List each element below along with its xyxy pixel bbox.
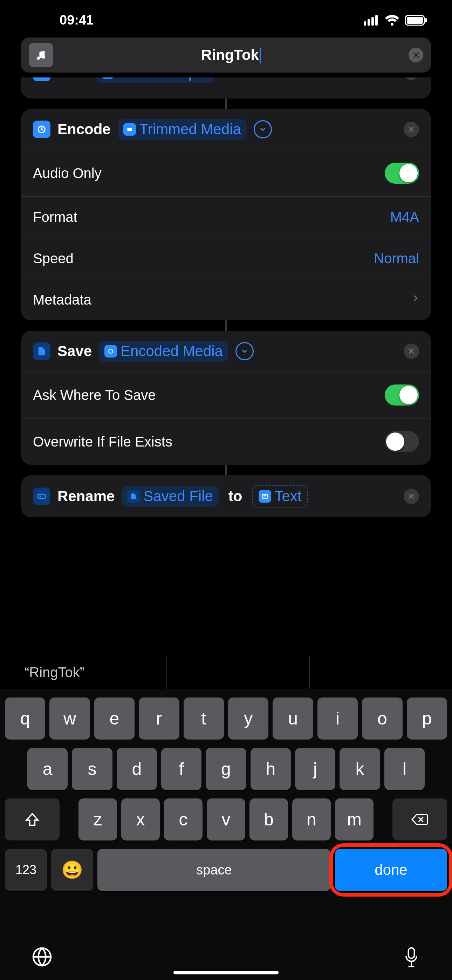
svg-rect-15 — [38, 494, 46, 498]
key-v[interactable]: v — [207, 799, 245, 840]
encode-format-row[interactable]: Format M4A — [21, 196, 431, 238]
rename-action-label: Rename — [57, 488, 115, 505]
ask-where-label: Ask Where To Save — [33, 387, 156, 403]
action-card-encode[interactable]: Encode Trimmed Media ✕ Audio Only Format… — [21, 109, 431, 320]
shortcut-icon[interactable] — [29, 43, 53, 67]
keyboard-suggestion-bar[interactable]: “RingTok” — [0, 655, 452, 689]
mic-icon — [402, 947, 420, 969]
key-z[interactable]: z — [78, 799, 117, 840]
svg-rect-18 — [408, 948, 414, 958]
save-collapse-toggle[interactable] — [236, 342, 254, 360]
shortcut-input-icon — [101, 78, 114, 79]
key-b[interactable]: b — [250, 799, 288, 840]
ask-where-toggle[interactable] — [385, 385, 419, 406]
encode-metadata-row[interactable]: Metadata — [21, 279, 431, 320]
key-k[interactable]: k — [339, 748, 380, 790]
key-o[interactable]: o — [362, 697, 402, 740]
key-f[interactable]: f — [161, 748, 202, 790]
key-r[interactable]: r — [139, 697, 179, 740]
chevron-right-icon — [411, 292, 419, 307]
action-card-save[interactable]: Save Encoded Media ✕ Ask Where To Save O… — [21, 331, 431, 465]
encode-collapse-toggle[interactable] — [254, 120, 272, 138]
rename-text-token[interactable]: Text — [252, 485, 308, 508]
key-n[interactable]: n — [292, 799, 331, 840]
svg-rect-5 — [407, 17, 423, 24]
key-x[interactable]: x — [121, 799, 160, 840]
globe-button[interactable] — [32, 947, 53, 970]
action-card-rename[interactable]: Rename Saved File to Text ✕ — [21, 475, 431, 517]
text-variable-icon — [259, 490, 271, 503]
overwrite-toggle[interactable] — [385, 431, 419, 452]
save-app-icon — [33, 342, 51, 360]
connector — [225, 99, 227, 109]
trim-variable-token[interactable]: Shortcut Input — [95, 78, 215, 83]
key-g[interactable]: g — [206, 748, 246, 790]
keyboard[interactable]: q w e r t y u i o p a s d f g h j k l z … — [0, 689, 452, 980]
key-p[interactable]: p — [407, 697, 447, 740]
saved-file-icon — [127, 490, 140, 503]
key-y[interactable]: y — [228, 697, 268, 740]
speed-label: Speed — [33, 251, 73, 266]
speed-value[interactable]: Normal — [374, 251, 419, 266]
rename-to-word: to — [228, 488, 242, 505]
svg-point-14 — [108, 349, 113, 353]
overwrite-label: Overwrite If File Exists — [33, 434, 172, 450]
suggestion-2[interactable] — [167, 655, 310, 689]
home-indicator[interactable] — [173, 971, 279, 974]
dictation-button[interactable] — [402, 947, 420, 970]
key-c[interactable]: c — [164, 799, 202, 840]
suggestion-3[interactable] — [310, 655, 452, 689]
key-w[interactable]: w — [49, 697, 90, 740]
key-l[interactable]: l — [384, 748, 425, 790]
trimmed-media-icon — [123, 123, 136, 136]
key-h[interactable]: h — [250, 748, 291, 790]
svg-rect-13 — [127, 128, 132, 131]
shortcut-title-field[interactable]: RingTok ✕ — [21, 38, 431, 73]
clear-title-button[interactable]: ✕ — [409, 48, 423, 62]
rename-app-icon — [33, 488, 51, 505]
action-card-trim[interactable]: Trim Shortcut Input ✕ — [21, 78, 431, 99]
encode-action-label: Encode — [57, 121, 111, 138]
svg-rect-0 — [364, 21, 366, 25]
key-t[interactable]: t — [184, 697, 224, 740]
key-done[interactable]: done — [335, 849, 447, 891]
key-a[interactable]: a — [27, 748, 68, 790]
key-j[interactable]: j — [295, 748, 335, 790]
key-u[interactable]: u — [272, 697, 313, 740]
svg-point-8 — [42, 56, 45, 59]
key-numbers[interactable]: 123 — [5, 849, 47, 891]
key-backspace[interactable] — [392, 799, 447, 840]
key-emoji[interactable]: 😀 — [51, 849, 93, 891]
svg-rect-16 — [262, 494, 267, 498]
trim-action-label: Trim — [57, 78, 89, 81]
suggestion-1[interactable]: “RingTok” — [0, 655, 167, 689]
encoded-media-icon — [104, 345, 117, 358]
key-m[interactable]: m — [335, 799, 374, 840]
trim-app-icon — [33, 78, 51, 81]
format-value[interactable]: M4A — [390, 209, 419, 225]
actions-list: Trim Shortcut Input ✕ Encode Trimmed Me — [0, 78, 452, 517]
encode-remove-button[interactable]: ✕ — [404, 122, 419, 137]
key-q[interactable]: q — [5, 697, 45, 740]
save-ask-where-row[interactable]: Ask Where To Save — [21, 372, 431, 418]
trim-remove-button[interactable]: ✕ — [404, 78, 419, 80]
encode-variable-token[interactable]: Trimmed Media — [118, 119, 247, 140]
shortcut-title-text[interactable]: RingTok — [53, 47, 409, 64]
battery-icon — [405, 15, 428, 25]
save-remove-button[interactable]: ✕ — [404, 344, 419, 359]
key-s[interactable]: s — [72, 748, 112, 790]
encode-audio-only-row[interactable]: Audio Only — [21, 150, 431, 196]
audio-only-toggle[interactable] — [385, 162, 419, 184]
key-space[interactable]: space — [97, 849, 331, 891]
rename-remove-button[interactable]: ✕ — [404, 488, 419, 504]
shift-icon — [24, 812, 40, 827]
key-e[interactable]: e — [94, 697, 135, 740]
rename-variable-token[interactable]: Saved File — [122, 486, 218, 507]
svg-rect-1 — [368, 19, 370, 25]
key-shift[interactable] — [5, 799, 60, 840]
save-overwrite-row[interactable]: Overwrite If File Exists — [21, 418, 431, 465]
key-d[interactable]: d — [117, 748, 157, 790]
key-i[interactable]: i — [317, 697, 358, 740]
save-variable-token[interactable]: Encoded Media — [99, 341, 228, 362]
encode-speed-row[interactable]: Speed Normal — [21, 238, 431, 279]
